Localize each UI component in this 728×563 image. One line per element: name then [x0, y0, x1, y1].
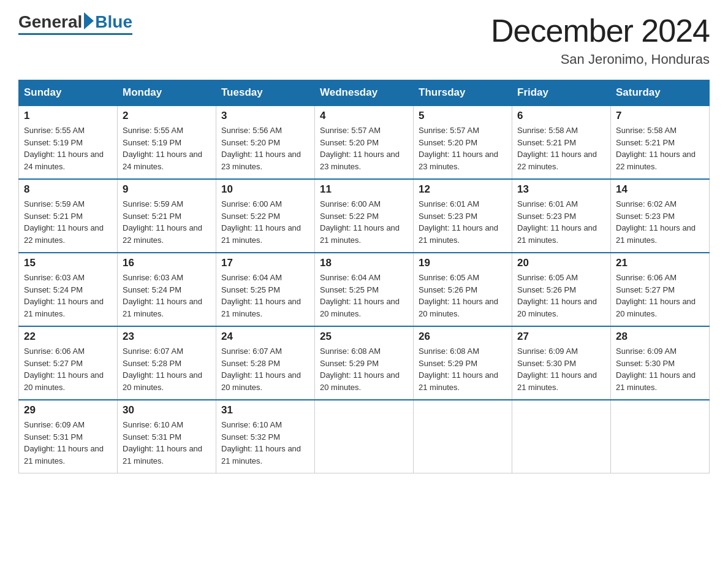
day-info: Sunrise: 5:55 AMSunset: 5:19 PMDaylight:…: [24, 124, 112, 172]
day-number: 25: [320, 331, 408, 343]
day-info: Sunrise: 5:57 AMSunset: 5:20 PMDaylight:…: [320, 124, 408, 172]
day-info: Sunrise: 5:59 AMSunset: 5:21 PMDaylight:…: [123, 198, 211, 246]
page-header: General Blue December 2024 San Jeronimo,…: [18, 12, 710, 67]
day-info: Sunrise: 6:06 AMSunset: 5:27 PMDaylight:…: [616, 272, 704, 320]
day-number: 11: [320, 183, 408, 196]
day-info: Sunrise: 6:05 AMSunset: 5:26 PMDaylight:…: [517, 272, 605, 320]
calendar-day-cell: 5Sunrise: 5:57 AMSunset: 5:20 PMDaylight…: [414, 105, 512, 179]
day-number: 12: [419, 183, 507, 196]
logo-blue-text: Blue: [95, 12, 132, 32]
day-number: 19: [419, 257, 507, 269]
location-subtitle: San Jeronimo, Honduras: [491, 52, 710, 67]
logo-underline: [18, 33, 132, 35]
calendar-day-cell: 21Sunrise: 6:06 AMSunset: 5:27 PMDayligh…: [611, 253, 710, 326]
day-info: Sunrise: 6:04 AMSunset: 5:25 PMDaylight:…: [221, 272, 309, 320]
day-info: Sunrise: 5:58 AMSunset: 5:21 PMDaylight:…: [616, 124, 704, 172]
logo-arrow-icon: [84, 12, 94, 29]
weekday-header-tuesday: Tuesday: [216, 80, 315, 106]
day-number: 20: [517, 257, 605, 269]
day-number: 15: [24, 257, 112, 269]
calendar-day-cell: 4Sunrise: 5:57 AMSunset: 5:20 PMDaylight…: [315, 105, 414, 179]
day-info: Sunrise: 5:57 AMSunset: 5:20 PMDaylight:…: [419, 124, 507, 172]
day-number: 14: [616, 183, 704, 196]
day-number: 29: [24, 404, 112, 416]
calendar-day-cell: 15Sunrise: 6:03 AMSunset: 5:24 PMDayligh…: [19, 253, 118, 326]
calendar-day-cell: 30Sunrise: 6:10 AMSunset: 5:31 PMDayligh…: [118, 400, 216, 473]
calendar-day-cell: 24Sunrise: 6:07 AMSunset: 5:28 PMDayligh…: [216, 326, 315, 400]
calendar-day-cell: 12Sunrise: 6:01 AMSunset: 5:23 PMDayligh…: [414, 179, 512, 253]
day-number: 5: [419, 110, 507, 122]
calendar-day-cell: 18Sunrise: 6:04 AMSunset: 5:25 PMDayligh…: [315, 253, 414, 326]
day-number: 4: [320, 110, 408, 122]
day-info: Sunrise: 6:04 AMSunset: 5:25 PMDaylight:…: [320, 272, 408, 320]
day-info: Sunrise: 6:08 AMSunset: 5:29 PMDaylight:…: [320, 345, 408, 393]
calendar-day-cell: 7Sunrise: 5:58 AMSunset: 5:21 PMDaylight…: [611, 105, 710, 179]
day-info: Sunrise: 6:07 AMSunset: 5:28 PMDaylight:…: [123, 345, 211, 393]
weekday-header-thursday: Thursday: [414, 80, 512, 106]
day-info: Sunrise: 6:03 AMSunset: 5:24 PMDaylight:…: [24, 272, 112, 320]
calendar-day-cell: 3Sunrise: 5:56 AMSunset: 5:20 PMDaylight…: [216, 105, 315, 179]
day-number: 8: [24, 183, 112, 196]
calendar-day-cell: 13Sunrise: 6:01 AMSunset: 5:23 PMDayligh…: [512, 179, 611, 253]
title-section: December 2024 San Jeronimo, Honduras: [491, 12, 710, 67]
calendar-day-cell: 6Sunrise: 5:58 AMSunset: 5:21 PMDaylight…: [512, 105, 611, 179]
day-info: Sunrise: 5:56 AMSunset: 5:20 PMDaylight:…: [221, 124, 309, 172]
calendar-day-cell: 28Sunrise: 6:09 AMSunset: 5:30 PMDayligh…: [611, 326, 710, 400]
calendar-week-row: 29Sunrise: 6:09 AMSunset: 5:31 PMDayligh…: [19, 400, 710, 473]
calendar-day-cell: 25Sunrise: 6:08 AMSunset: 5:29 PMDayligh…: [315, 326, 414, 400]
calendar-day-cell: 10Sunrise: 6:00 AMSunset: 5:22 PMDayligh…: [216, 179, 315, 253]
calendar-day-cell: 22Sunrise: 6:06 AMSunset: 5:27 PMDayligh…: [19, 326, 118, 400]
day-info: Sunrise: 5:55 AMSunset: 5:19 PMDaylight:…: [123, 124, 211, 172]
day-info: Sunrise: 6:10 AMSunset: 5:32 PMDaylight:…: [221, 419, 309, 467]
day-info: Sunrise: 6:09 AMSunset: 5:30 PMDaylight:…: [517, 345, 605, 393]
day-info: Sunrise: 6:03 AMSunset: 5:24 PMDaylight:…: [123, 272, 211, 320]
day-number: 13: [517, 183, 605, 196]
day-number: 27: [517, 331, 605, 343]
day-info: Sunrise: 6:09 AMSunset: 5:30 PMDaylight:…: [616, 345, 704, 393]
day-number: 26: [419, 331, 507, 343]
day-number: 6: [517, 110, 605, 122]
weekday-header-sunday: Sunday: [19, 80, 118, 106]
day-number: 17: [221, 257, 309, 269]
calendar-day-cell: 11Sunrise: 6:00 AMSunset: 5:22 PMDayligh…: [315, 179, 414, 253]
calendar-day-cell: 27Sunrise: 6:09 AMSunset: 5:30 PMDayligh…: [512, 326, 611, 400]
day-info: Sunrise: 6:06 AMSunset: 5:27 PMDaylight:…: [24, 345, 112, 393]
day-number: 30: [123, 404, 211, 416]
day-number: 21: [616, 257, 704, 269]
day-number: 28: [616, 331, 704, 343]
calendar-day-cell: 23Sunrise: 6:07 AMSunset: 5:28 PMDayligh…: [118, 326, 216, 400]
day-info: Sunrise: 5:58 AMSunset: 5:21 PMDaylight:…: [517, 124, 605, 172]
day-number: 23: [123, 331, 211, 343]
calendar-day-cell: 8Sunrise: 5:59 AMSunset: 5:21 PMDaylight…: [19, 179, 118, 253]
day-info: Sunrise: 6:01 AMSunset: 5:23 PMDaylight:…: [517, 198, 605, 246]
calendar-day-cell: 19Sunrise: 6:05 AMSunset: 5:26 PMDayligh…: [414, 253, 512, 326]
day-info: Sunrise: 5:59 AMSunset: 5:21 PMDaylight:…: [24, 198, 112, 246]
calendar-day-cell: 20Sunrise: 6:05 AMSunset: 5:26 PMDayligh…: [512, 253, 611, 326]
weekday-header-wednesday: Wednesday: [315, 80, 414, 106]
day-info: Sunrise: 6:00 AMSunset: 5:22 PMDaylight:…: [320, 198, 408, 246]
weekday-header-monday: Monday: [118, 80, 216, 106]
day-number: 9: [123, 183, 211, 196]
calendar-day-cell: 9Sunrise: 5:59 AMSunset: 5:21 PMDaylight…: [118, 179, 216, 253]
day-number: 3: [221, 110, 309, 122]
day-info: Sunrise: 6:09 AMSunset: 5:31 PMDaylight:…: [24, 419, 112, 467]
day-number: 16: [123, 257, 211, 269]
day-number: 22: [24, 331, 112, 343]
calendar-day-cell: 29Sunrise: 6:09 AMSunset: 5:31 PMDayligh…: [19, 400, 118, 473]
calendar-day-cell: [315, 400, 414, 473]
month-title: December 2024: [491, 12, 710, 49]
day-number: 1: [24, 110, 112, 122]
day-number: 18: [320, 257, 408, 269]
logo-general-text: General: [18, 12, 82, 32]
calendar-header-row: SundayMondayTuesdayWednesdayThursdayFrid…: [19, 80, 710, 106]
calendar-week-row: 15Sunrise: 6:03 AMSunset: 5:24 PMDayligh…: [19, 253, 710, 326]
calendar-week-row: 1Sunrise: 5:55 AMSunset: 5:19 PMDaylight…: [19, 105, 710, 179]
day-number: 24: [221, 331, 309, 343]
day-info: Sunrise: 6:05 AMSunset: 5:26 PMDaylight:…: [419, 272, 507, 320]
calendar-day-cell: 31Sunrise: 6:10 AMSunset: 5:32 PMDayligh…: [216, 400, 315, 473]
day-info: Sunrise: 6:08 AMSunset: 5:29 PMDaylight:…: [419, 345, 507, 393]
calendar-week-row: 8Sunrise: 5:59 AMSunset: 5:21 PMDaylight…: [19, 179, 710, 253]
calendar-day-cell: [414, 400, 512, 473]
calendar-day-cell: 26Sunrise: 6:08 AMSunset: 5:29 PMDayligh…: [414, 326, 512, 400]
calendar-day-cell: [611, 400, 710, 473]
